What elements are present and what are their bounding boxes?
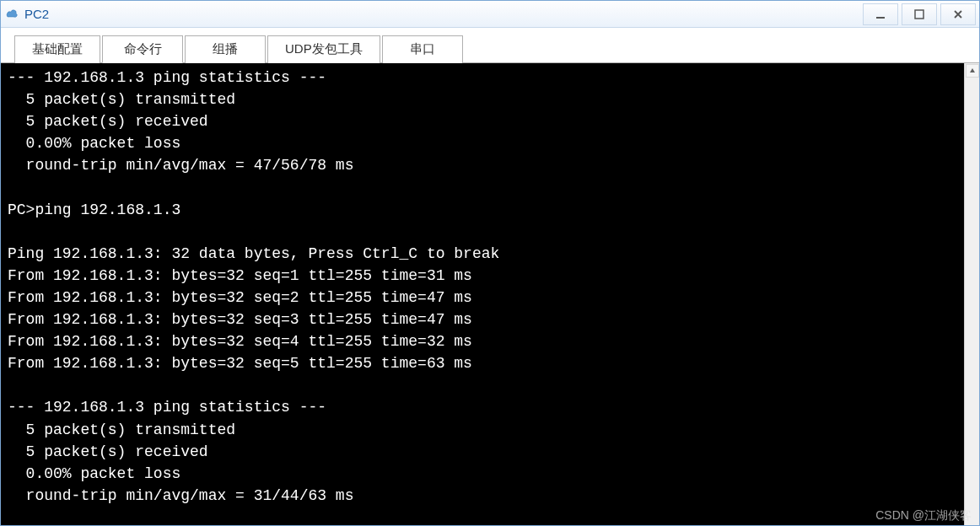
tab-command-line[interactable]: 命令行 [102, 35, 183, 63]
terminal-container: --- 192.168.1.3 ping statistics --- 5 pa… [1, 63, 979, 525]
scroll-track[interactable] [965, 78, 979, 525]
minimize-button[interactable] [863, 3, 898, 25]
svg-rect-1 [915, 10, 923, 19]
app-window: PC2 基础配置 命令行 组播 UDP发包工具 串口 --- 192.168.1… [0, 0, 980, 526]
app-icon [4, 7, 19, 22]
tab-serial[interactable]: 串口 [382, 35, 463, 63]
close-button[interactable] [940, 3, 976, 25]
tab-udp-tool[interactable]: UDP发包工具 [267, 35, 380, 63]
svg-rect-0 [876, 17, 885, 19]
scrollbar[interactable] [964, 63, 979, 525]
window-controls [859, 3, 976, 25]
window-title: PC2 [24, 7, 49, 21]
tab-multicast[interactable]: 组播 [185, 35, 266, 63]
tab-basic-config[interactable]: 基础配置 [14, 35, 100, 63]
terminal-output[interactable]: --- 192.168.1.3 ping statistics --- 5 pa… [1, 63, 964, 525]
maximize-button[interactable] [902, 3, 937, 25]
scroll-up-arrow[interactable] [966, 64, 979, 78]
titlebar: PC2 [1, 1, 979, 28]
tab-bar: 基础配置 命令行 组播 UDP发包工具 串口 [1, 28, 979, 63]
